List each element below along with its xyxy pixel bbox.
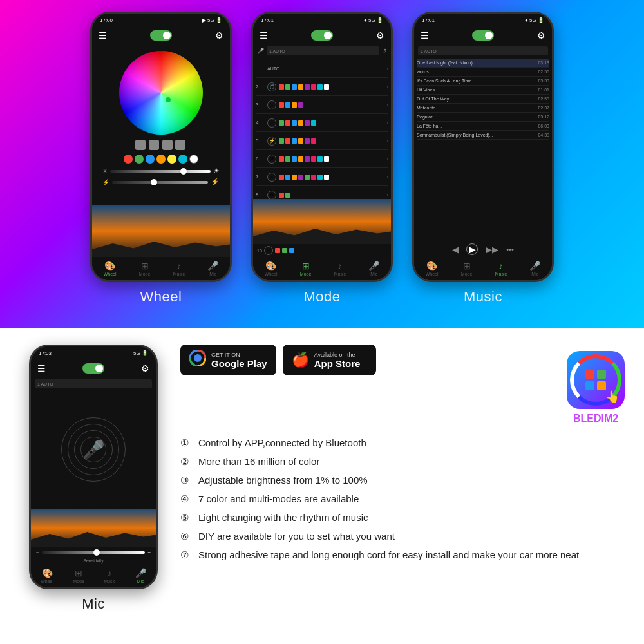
phone-bg-wheel <box>92 205 230 257</box>
nav-music-mode[interactable]: ♪ Music <box>334 261 346 276</box>
mode-item-4[interactable]: 4 ♪ › <box>256 114 388 132</box>
play-btn[interactable]: ▶ <box>466 243 478 255</box>
music-item-9[interactable]: Somnambulist (Simply Being Loved)... 04:… <box>417 131 549 140</box>
menu-icon-music[interactable]: ☰ <box>421 30 429 41</box>
color-dot-cyan[interactable] <box>178 155 187 164</box>
phone-wheel-container: 17:00 ▶ 5G 🔋 ☰ ⚙ <box>90 12 232 305</box>
mic-center-icon[interactable]: 🎤 <box>82 439 105 460</box>
color-dot-orange[interactable] <box>156 155 166 164</box>
top-section: 17:00 ▶ 5G 🔋 ☰ ⚙ <box>0 0 644 328</box>
menu-icon-mic[interactable]: ☰ <box>37 363 46 374</box>
music-item-6[interactable]: Meteorite 02:37 <box>417 104 549 113</box>
mode-item-3[interactable]: 3 ♪ › <box>256 96 388 114</box>
feature-num-1: ① <box>180 436 198 450</box>
nav-icon-music-m: ♪ <box>337 261 342 271</box>
music-title-4: Hit Vibes <box>417 88 435 92</box>
swatch[interactable] <box>149 140 159 150</box>
brightness-slider[interactable] <box>110 170 211 173</box>
music-item-4[interactable]: Hit Vibes 01:01 <box>417 86 549 95</box>
app-store-button[interactable]: 🍎 Available on the App Store <box>283 345 376 375</box>
nav-icon-mode-m: ⊞ <box>302 261 310 271</box>
sens-plus[interactable]: + <box>147 549 151 555</box>
toggle-mode[interactable] <box>311 30 333 41</box>
speed-slider[interactable] <box>112 181 208 184</box>
nav-mic-music[interactable]: 🎤 Mic <box>529 261 540 276</box>
nav-music-music[interactable]: ♪ Music <box>495 261 507 276</box>
toggle-music[interactable] <box>472 30 494 41</box>
menu-icon-mode[interactable]: ☰ <box>260 30 268 41</box>
mode-colors-5 <box>279 138 384 144</box>
more-btn[interactable]: ••• <box>506 245 514 253</box>
color-dot-white[interactable] <box>189 155 198 164</box>
mode-item-5[interactable]: 5 ⚡ › <box>256 132 388 150</box>
nav-mode-wheel[interactable]: ⊞ Mode <box>139 261 151 276</box>
menu-icon-wheel[interactable]: ☰ <box>99 30 107 41</box>
settings-icon-mic[interactable]: ⚙ <box>141 363 149 374</box>
status-time-wheel: 17:00 <box>100 17 113 23</box>
mountain-wheel <box>92 238 230 257</box>
nav-mic-mode[interactable]: 🎤 Mic <box>368 261 379 276</box>
settings-icon-music[interactable]: ⚙ <box>537 30 545 41</box>
nav-wheel-mode[interactable]: 🎨 Wheel <box>265 261 278 276</box>
mode-arrow-2: › <box>386 84 388 90</box>
color-dot-yellow[interactable] <box>167 155 176 164</box>
nav-music-wheel[interactable]: ♪ Music <box>173 261 185 276</box>
music-item-3[interactable]: It's Been Such A Long Time 03:39 <box>417 77 549 86</box>
music-item-8[interactable]: La Fête ha... 06:03 <box>417 122 549 131</box>
nav-wheel-wheel[interactable]: 🎨 Wheel <box>104 261 117 276</box>
music-item-5[interactable]: Out Of The Way 02:58 <box>417 95 549 104</box>
toggle-wheel[interactable] <box>150 30 172 41</box>
nav-mode-mic[interactable]: ⊞ Mode <box>73 568 84 583</box>
nav-mode-mode[interactable]: ⊞ Mode <box>300 261 312 276</box>
mode-num-8: 8 <box>256 192 265 198</box>
mode-item-6[interactable]: 6 M › <box>256 150 388 168</box>
color-wheel[interactable] <box>119 51 203 135</box>
speed-slider-row: ⚡ ⚡ <box>102 178 220 186</box>
mic-search-box[interactable]: 1 AUTO <box>35 379 152 388</box>
music-item-1[interactable]: One Last Night (feat. Nixon) 03:13 <box>417 59 549 68</box>
mode-row-10: 10 ↺ <box>253 244 391 257</box>
mountain-mode <box>253 225 391 244</box>
nav-mode-music[interactable]: ⊞ Mode <box>461 261 473 276</box>
store-row: GET IT ON Google Play 🍎 Available on the… <box>180 345 625 424</box>
search-placeholder: 1 AUTO <box>269 49 285 53</box>
swatch[interactable] <box>162 140 173 150</box>
music-search-box[interactable]: 1 AUTO <box>418 46 548 55</box>
mode-num-3: 3 <box>256 102 265 108</box>
nav-wheel-music[interactable]: 🎨 Wheel <box>426 261 439 276</box>
music-item-7[interactable]: Regular 03:12 <box>417 113 549 122</box>
feature-text-1: Control by APP,connected by Bluetooth <box>198 436 366 450</box>
color-dot-red[interactable] <box>124 155 133 164</box>
nav-icon-wheel-mu: 🎨 <box>426 261 437 271</box>
feature-text-7: Strong adhesive tape and long enough cor… <box>198 548 579 562</box>
music-item-2[interactable]: words 02:56 <box>417 68 549 77</box>
mic-ripples: 🎤 <box>58 414 129 485</box>
mode-item-auto[interactable]: AUTO › <box>256 60 388 78</box>
sensitivity-slider[interactable] <box>42 551 146 554</box>
mode-item-8[interactable]: 8 ⚙ › <box>256 186 388 199</box>
sens-minus[interactable]: − <box>36 549 39 555</box>
nav-music-mic[interactable]: ♪ Music <box>104 568 115 583</box>
nav-mic-mic[interactable]: 🎤 Mic <box>135 568 146 583</box>
notch-mic <box>68 346 119 358</box>
prev-btn[interactable]: ◀ <box>452 245 459 254</box>
color-dot-blue[interactable] <box>146 155 155 164</box>
refresh-icon[interactable]: ↺ <box>382 48 387 54</box>
search-box[interactable]: 1 AUTO <box>267 46 379 55</box>
mode-item-2[interactable]: 2 🎵 › <box>256 78 388 96</box>
settings-icon-wheel[interactable]: ⚙ <box>215 30 223 41</box>
swatch[interactable] <box>135 140 146 150</box>
sensitivity-row: − + <box>31 547 156 557</box>
status-time-mic: 17:03 <box>39 350 52 356</box>
nav-wheel-mic[interactable]: 🎨 Wheel <box>41 568 53 583</box>
toggle-mic[interactable] <box>82 363 104 374</box>
nav-mic-wheel[interactable]: 🎤 Mic <box>207 261 218 276</box>
color-dot-green[interactable] <box>135 155 144 164</box>
mode-item-7[interactable]: 7 ♫ › <box>256 168 388 186</box>
swatch[interactable] <box>175 140 185 150</box>
phone-wheel: 17:00 ▶ 5G 🔋 ☰ ⚙ <box>90 12 232 282</box>
google-play-text: GET IT ON Google Play <box>211 352 267 369</box>
settings-icon-mode[interactable]: ⚙ <box>376 30 384 41</box>
google-play-button[interactable]: GET IT ON Google Play <box>180 345 276 375</box>
next-btn[interactable]: ▶▶ <box>486 245 498 254</box>
